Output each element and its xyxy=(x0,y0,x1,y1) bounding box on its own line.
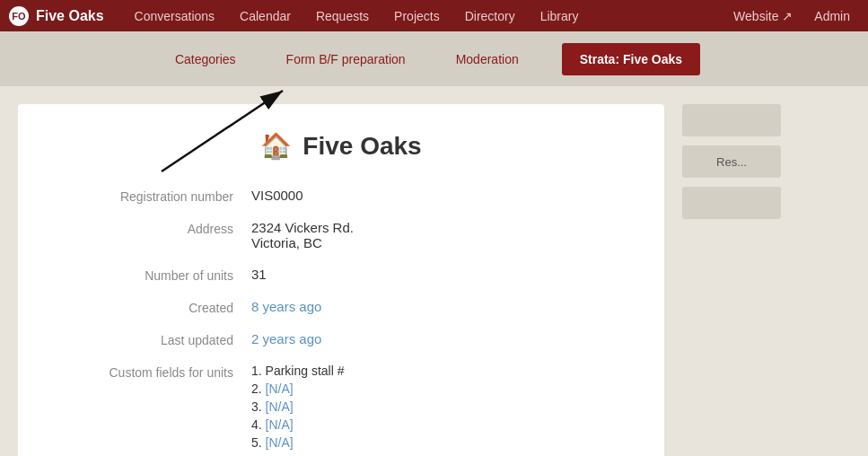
nav-library[interactable]: Library xyxy=(528,0,592,31)
nav-calendar[interactable]: Calendar xyxy=(227,0,303,31)
brand-name: Five Oaks xyxy=(36,8,104,24)
custom-field-4-text: [N/A] xyxy=(266,417,294,432)
nav-directory[interactable]: Directory xyxy=(452,0,528,31)
nav-website[interactable]: Website ↗ xyxy=(724,9,802,23)
card-header: 🏠 Five Oaks xyxy=(54,131,628,161)
main-content: 🏠 Five Oaks Registration number VIS0000 … xyxy=(0,86,868,456)
value-custom-fields: 1. Parking stall # 2. [N/A] 3. [N/A] 4. … xyxy=(251,364,628,453)
value-registration: VIS0000 xyxy=(251,188,628,203)
subnav-strata-five-oaks[interactable]: Strata: Five Oaks xyxy=(562,43,700,75)
label-custom-fields: Custom fields for units xyxy=(54,364,251,380)
sidebar-btn-1[interactable] xyxy=(682,104,781,136)
row-custom-fields: Custom fields for units 1. Parking stall… xyxy=(54,364,628,453)
label-units: Number of units xyxy=(54,267,251,283)
address-line1: 2324 Vickers Rd. xyxy=(251,220,628,235)
custom-field-4: 4. [N/A] xyxy=(251,417,628,432)
value-units: 31 xyxy=(251,267,628,282)
label-address: Address xyxy=(54,220,251,236)
house-icon: 🏠 xyxy=(260,131,292,161)
right-nav: Website ↗ Admin xyxy=(724,9,859,23)
nav-requests[interactable]: Requests xyxy=(303,0,381,31)
nav-projects[interactable]: Projects xyxy=(381,0,452,31)
custom-field-1: 1. Parking stall # xyxy=(251,364,628,378)
card-title-text: Five Oaks xyxy=(302,132,421,161)
custom-fields-list: 1. Parking stall # 2. [N/A] 3. [N/A] 4. … xyxy=(251,364,628,450)
row-last-updated: Last updated 2 years ago xyxy=(54,331,628,347)
nav-conversations[interactable]: Conversations xyxy=(122,0,228,31)
label-created: Created xyxy=(54,299,251,315)
custom-field-2-text: [N/A] xyxy=(266,381,294,396)
strata-card: 🏠 Five Oaks Registration number VIS0000 … xyxy=(18,104,664,456)
row-created: Created 8 years ago xyxy=(54,299,628,315)
sidebar-right: Res... xyxy=(682,104,781,456)
label-last-updated: Last updated xyxy=(54,331,251,347)
top-navigation: FO Five Oaks Conversations Calendar Requ… xyxy=(0,0,868,31)
nav-admin[interactable]: Admin xyxy=(805,9,859,23)
row-units: Number of units 31 xyxy=(54,267,628,283)
main-nav: Conversations Calendar Requests Projects… xyxy=(122,0,724,31)
subnav-form-bf[interactable]: Form B/F preparation xyxy=(279,48,413,70)
custom-field-5-text: [N/A] xyxy=(266,435,294,450)
row-registration: Registration number VIS0000 xyxy=(54,188,628,204)
sub-navigation: Categories Form B/F preparation Moderati… xyxy=(0,31,868,86)
custom-field-2: 2. [N/A] xyxy=(251,381,628,396)
sidebar-btn-3[interactable] xyxy=(682,187,781,219)
label-registration: Registration number xyxy=(54,188,251,204)
custom-field-5: 5. [N/A] xyxy=(251,435,628,450)
brand-logo[interactable]: FO Five Oaks xyxy=(9,6,104,26)
address-line2: Victoria, BC xyxy=(251,235,628,250)
logo-icon: FO xyxy=(9,6,29,26)
custom-field-1-text: Parking stall # xyxy=(266,364,345,378)
subnav-categories[interactable]: Categories xyxy=(168,48,243,70)
custom-field-3: 3. [N/A] xyxy=(251,399,628,414)
row-address: Address 2324 Vickers Rd. Victoria, BC xyxy=(54,220,628,250)
value-created: 8 years ago xyxy=(251,299,628,314)
value-last-updated: 2 years ago xyxy=(251,331,628,346)
info-table: Registration number VIS0000 Address 2324… xyxy=(54,188,628,453)
value-address: 2324 Vickers Rd. Victoria, BC xyxy=(251,220,628,250)
sidebar-btn-2[interactable]: Res... xyxy=(682,145,781,178)
custom-field-3-text: [N/A] xyxy=(266,399,294,414)
sidebar-btn-2-label: Res... xyxy=(716,155,747,169)
subnav-moderation[interactable]: Moderation xyxy=(449,48,526,70)
